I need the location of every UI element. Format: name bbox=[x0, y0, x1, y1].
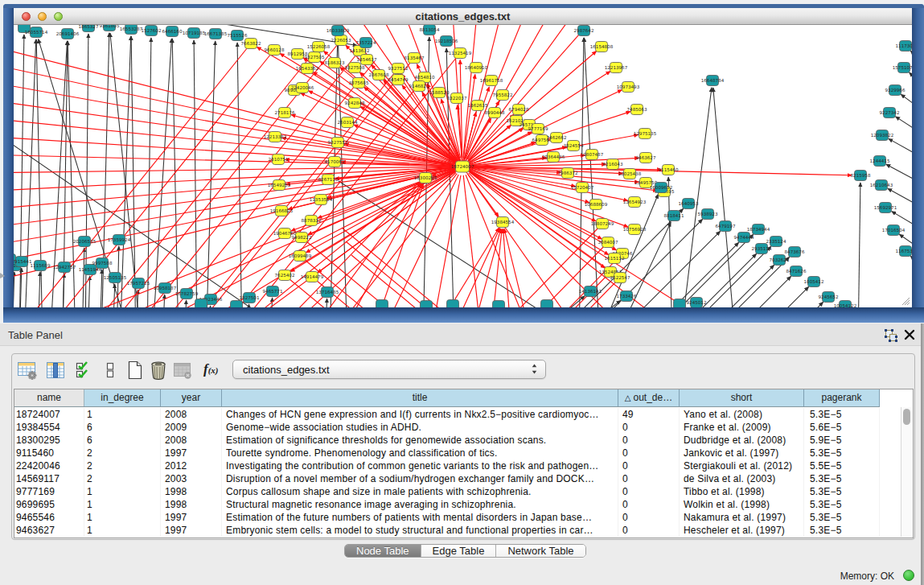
graph-edge[interactable] bbox=[468, 25, 823, 160]
graph-edge[interactable] bbox=[302, 237, 720, 307]
table-cell[interactable]: 2008 bbox=[161, 408, 222, 421]
graph-edge[interactable] bbox=[184, 300, 187, 307]
graph-edge[interactable] bbox=[120, 36, 131, 307]
table-cell[interactable]: Estimation of significance thresholds fo… bbox=[222, 434, 618, 447]
table-cell[interactable]: Tourette syndrome. Phenomenology and cla… bbox=[222, 447, 618, 459]
graph-edge[interactable] bbox=[529, 257, 790, 307]
close-panel-icon[interactable] bbox=[904, 329, 915, 340]
graph-edge[interactable] bbox=[901, 94, 912, 121]
table-cell[interactable]: 5.3E−5 bbox=[804, 472, 880, 485]
table-cell[interactable]: 6 bbox=[84, 421, 161, 434]
table-panel-header[interactable]: Table Panel bbox=[0, 323, 924, 346]
column-header-year[interactable]: year bbox=[161, 389, 222, 406]
table-cell[interactable]: 0 bbox=[618, 459, 680, 472]
table-cell[interactable]: 1998 bbox=[161, 498, 222, 511]
graph-edge[interactable] bbox=[462, 167, 628, 227]
table-cell[interactable]: Yano et al. (2008) bbox=[680, 408, 804, 421]
table-cell[interactable]: Investigating the contribution of common… bbox=[222, 459, 618, 472]
graph-node[interactable] bbox=[231, 301, 243, 308]
scrollbar-thumb[interactable] bbox=[903, 409, 910, 425]
table-cell[interactable]: 6 bbox=[84, 434, 161, 447]
table-cell[interactable]: 1 bbox=[84, 524, 161, 537]
table-cell[interactable]: 1997 bbox=[161, 511, 222, 524]
graph-edge[interactable] bbox=[194, 40, 197, 307]
graph-edge[interactable] bbox=[162, 295, 165, 307]
table-cell[interactable]: 9463627 bbox=[14, 524, 84, 537]
table-cell[interactable]: 0 bbox=[618, 434, 680, 447]
column-header-title[interactable]: title bbox=[222, 389, 618, 406]
trash-icon[interactable] bbox=[149, 360, 168, 380]
graph-node[interactable] bbox=[195, 299, 207, 308]
table-cell[interactable]: 18724007 bbox=[14, 408, 84, 421]
tab-node-table[interactable]: Node Table bbox=[345, 545, 421, 557]
graph-edge[interactable] bbox=[152, 39, 171, 307]
table-vertical-scrollbar[interactable] bbox=[901, 407, 912, 537]
table-cell[interactable]: 0 bbox=[618, 498, 680, 511]
table-row[interactable]: 946362711997Embryonic stem cells: a mode… bbox=[14, 524, 880, 537]
table-cell[interactable]: 5.3E−5 bbox=[804, 524, 880, 537]
table-cell[interactable]: 1 bbox=[84, 408, 161, 421]
graph-node[interactable] bbox=[376, 300, 388, 308]
table-cell[interactable]: Tibbo et al. (1998) bbox=[680, 485, 804, 498]
network-graph[interactable]: 7663822966012889129581522605893275052226… bbox=[14, 25, 912, 307]
table-cell[interactable]: 18300295 bbox=[14, 434, 84, 447]
table-cell[interactable]: 5.9E−5 bbox=[804, 434, 880, 447]
tab-edge-table[interactable]: Edge Table bbox=[421, 545, 497, 557]
graph-edge[interactable] bbox=[910, 51, 912, 76]
resize-grip-icon[interactable] bbox=[900, 295, 910, 306]
graph-edge[interactable] bbox=[237, 43, 242, 307]
table-cell[interactable]: 22420046 bbox=[14, 459, 84, 472]
graph-edge[interactable] bbox=[14, 272, 14, 307]
graph-edge[interactable] bbox=[889, 138, 912, 166]
table-cell[interactable]: 19384554 bbox=[14, 421, 84, 434]
table-cell[interactable]: 5.3E−5 bbox=[804, 511, 880, 524]
graph-edge[interactable] bbox=[14, 182, 420, 307]
column-header-in_degree[interactable]: in_degree bbox=[84, 389, 161, 406]
table-cell[interactable]: 1997 bbox=[161, 524, 222, 537]
table-row[interactable]: 1872400712008Changes of HCN gene express… bbox=[14, 408, 880, 421]
column-header-pagerank[interactable]: pagerank bbox=[804, 389, 880, 406]
float-window-icon[interactable] bbox=[885, 329, 897, 342]
table-cell[interactable]: 0 bbox=[618, 485, 680, 498]
table-row[interactable]: 946554611997Estimation of the future num… bbox=[14, 511, 880, 524]
graph-edge[interactable] bbox=[38, 272, 40, 307]
graph-edge[interactable] bbox=[470, 172, 912, 307]
window-titlebar[interactable]: citations_edges.txt bbox=[14, 8, 912, 25]
table-cell[interactable]: 2003 bbox=[161, 472, 222, 485]
table-cell[interactable]: 1998 bbox=[161, 485, 222, 498]
graph-edge[interactable] bbox=[470, 171, 912, 307]
table-cell[interactable]: 2 bbox=[84, 472, 161, 485]
network-canvas[interactable]: 7663822966012889129581522605893275052226… bbox=[14, 25, 912, 307]
table-cell[interactable]: 1 bbox=[84, 485, 161, 498]
table-cell[interactable]: 14569117 bbox=[14, 472, 84, 485]
graph-node[interactable] bbox=[541, 300, 553, 308]
table-cell[interactable]: Genome−wide association studies in ADHD. bbox=[222, 421, 618, 434]
graph-edge[interactable] bbox=[100, 270, 102, 307]
table-cell[interactable]: 5.3E−5 bbox=[804, 408, 880, 421]
table-cell[interactable]: 9115460 bbox=[14, 447, 84, 459]
table-cell[interactable]: 49 bbox=[618, 408, 680, 421]
column-header-name[interactable]: name bbox=[14, 389, 84, 406]
table-cell[interactable]: 2009 bbox=[161, 421, 222, 434]
column-header-short[interactable]: short bbox=[680, 389, 804, 406]
table-row[interactable]: 2242004622012Investigating the contribut… bbox=[14, 459, 880, 472]
edit-columns-icon[interactable] bbox=[76, 360, 93, 380]
table-cell[interactable]: 2008 bbox=[161, 434, 222, 447]
table-row[interactable]: 1456911722003Disruption of a novel membe… bbox=[14, 472, 880, 485]
window-border-right[interactable] bbox=[912, 4, 924, 323]
tab-network-table[interactable]: Network Table bbox=[496, 545, 585, 557]
table-row[interactable]: 977716911998Corpus callosum shape and si… bbox=[14, 485, 880, 498]
table-row[interactable]: 969969511998Structural magnetic resonanc… bbox=[14, 498, 880, 511]
table-cell[interactable]: 0 bbox=[618, 421, 680, 434]
table-cell[interactable]: Hescheler et al. (1997) bbox=[680, 524, 804, 537]
table-cell[interactable]: 1997 bbox=[161, 447, 222, 459]
table-cell[interactable]: 2 bbox=[84, 447, 161, 459]
table-cell[interactable]: Nakamura et al. (1997) bbox=[680, 511, 804, 524]
graph-node[interactable] bbox=[674, 299, 686, 308]
table-cell[interactable]: Embryonic stem cells: a model to study s… bbox=[222, 524, 618, 537]
table-row[interactable]: 1830029562008Estimation of significance … bbox=[14, 434, 880, 447]
table-cell[interactable]: de Silva et al. (2003) bbox=[680, 472, 804, 485]
table-cell[interactable]: Jankovic et al. (1997) bbox=[680, 447, 804, 459]
table-row[interactable]: 911546021997Tourette syndrome. Phenomeno… bbox=[14, 447, 880, 459]
graph-edge[interactable] bbox=[442, 219, 703, 307]
